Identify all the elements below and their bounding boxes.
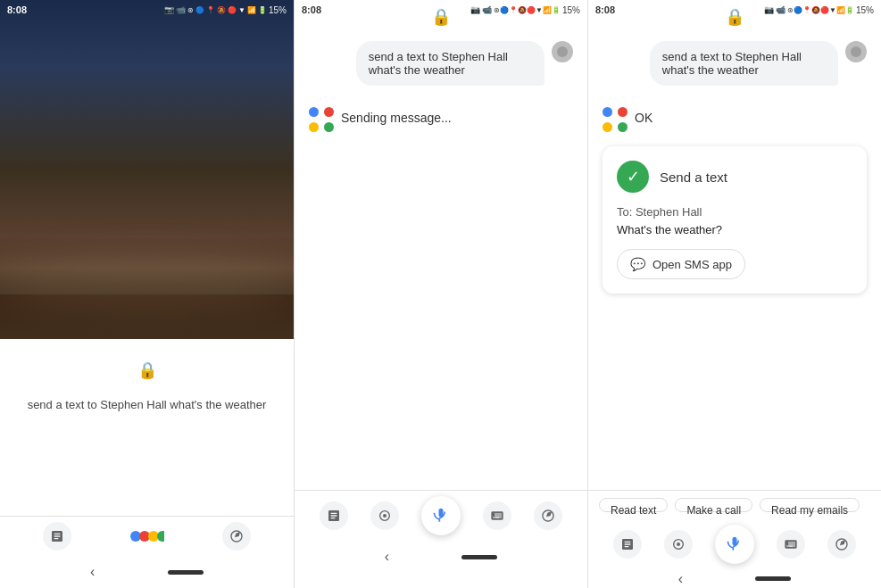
panel1-bottom-nav: ‹ [0, 556, 294, 588]
google-dots-2 [309, 107, 334, 132]
dot-yellow-2 [309, 122, 319, 132]
user-avatar-2 [552, 41, 573, 62]
panel1-back-btn[interactable]: ‹ [90, 564, 95, 580]
user-bubble-wrapper-2: send a text to Stephen Hall what's the w… [309, 41, 573, 96]
panel2-back-btn[interactable]: ‹ [385, 549, 389, 565]
chip-read-emails[interactable]: Read my emails [760, 498, 860, 512]
panel3-bottom-nav: ‹ [588, 569, 881, 588]
panel2-bottom-nav: ‹ [295, 541, 587, 573]
wallpaper [0, 0, 294, 339]
lock-icon-area-1: 🔒 [137, 353, 157, 387]
panel3-icon-keyboard[interactable] [777, 530, 805, 559]
status-icons-3: 📷 📹 ⊛🔵📍🔕🔴▼📶🔋 15% [764, 5, 874, 15]
dot-red-2 [324, 107, 334, 117]
suggestion-chips: Read text Make a call Read my emails [588, 491, 881, 519]
panel-assistant-sending: 8:08 📷 📹 ⊛🔵📍🔕🔴▼📶🔋 15% 🔒 send a text to S… [294, 0, 587, 588]
open-sms-label: Open SMS app [652, 258, 732, 271]
sms-card-body: To: Stephen Hall What's the weather? [617, 203, 852, 238]
panel1-query: send a text to Stephen Hall what's the w… [10, 387, 285, 422]
chip-make-call[interactable]: Make a call [675, 498, 752, 512]
status-time-2: 8:08 [302, 4, 321, 15]
panel2-content: send a text to Stephen Hall what's the w… [295, 34, 587, 490]
panel3-bottom-toolbar: Read text Make a call Read my emails ‹ [588, 490, 881, 588]
panel3-icon-inbox[interactable] [613, 530, 642, 559]
sms-recipient: To: Stephen Hall [617, 203, 852, 221]
panel3-icon-lens[interactable] [664, 530, 693, 559]
status-bar-3: 8:08 📷 📹 ⊛🔵📍🔕🔴▼📶🔋 15% [588, 0, 881, 20]
panel1-icon-inbox[interactable] [43, 522, 71, 551]
panel1-google-logo [129, 522, 164, 551]
user-bubble-3: send a text to Stephen Hall what's the w… [650, 41, 838, 86]
svg-point-3 [157, 531, 164, 542]
panel3-back-btn[interactable]: ‹ [678, 571, 683, 587]
chip-read-text[interactable]: Read text [599, 498, 668, 512]
google-dots-3 [603, 107, 628, 132]
panel3-home-indicator[interactable] [755, 576, 791, 581]
dot-green-2 [324, 122, 334, 132]
assistant-bubble-2: Sending message... [309, 107, 573, 132]
svg-point-7 [677, 542, 680, 546]
lockscreen-bottom: 🔒 send a text to Stephen Hall what's the… [0, 339, 294, 588]
assistant-bubble-3: OK [603, 107, 867, 132]
status-time-3: 8:08 [595, 4, 615, 15]
user-avatar-3 [845, 41, 867, 62]
panel2-mic-btn[interactable] [421, 496, 461, 535]
cloud-layer [0, 241, 294, 294]
panel3-mic-btn[interactable] [715, 525, 754, 564]
user-bubble-2: send a text to Stephen Hall what's the w… [356, 41, 544, 86]
panel2-icon-compass[interactable] [534, 501, 562, 530]
sms-btn-icon: 💬 [630, 257, 645, 271]
panel-lockscreen: 8:08 📷 📹 ⊛ 🔵 📍 🔕 🔴 ▼ 📶 🔋 15% 🔒 send a te… [0, 0, 294, 588]
panel2-icon-row [295, 491, 587, 541]
open-sms-button[interactable]: 💬 Open SMS app [617, 249, 745, 279]
check-circle-icon: ✓ [617, 161, 649, 193]
sms-message: What's the weather? [617, 221, 852, 239]
panel3-content: send a text to Stephen Hall what's the w… [588, 34, 881, 490]
panel1-icon-compass[interactable] [222, 522, 251, 551]
user-bubble-wrapper-3: send a text to Stephen Hall what's the w… [603, 41, 867, 96]
sms-card-header: ✓ Send a text [617, 161, 852, 193]
panel3-icon-row [588, 519, 881, 569]
panel2-icon-inbox[interactable] [320, 501, 348, 530]
status-bar-2: 8:08 📷 📹 ⊛🔵📍🔕🔴▼📶🔋 15% [295, 0, 587, 20]
assistant-response-3: OK [635, 107, 652, 125]
dot-blue-3 [603, 107, 612, 117]
panel2-home-indicator[interactable] [461, 555, 497, 559]
status-bar-1: 8:08 📷 📹 ⊛ 🔵 📍 🔕 🔴 ▼ 📶 🔋 15% [0, 0, 294, 20]
dot-blue-2 [309, 107, 319, 117]
status-icons-1: 📷 📹 ⊛ 🔵 📍 🔕 🔴 ▼ 📶 🔋 15% [164, 5, 287, 15]
dot-yellow-3 [603, 122, 612, 132]
assistant-response-2: Sending message... [341, 107, 452, 125]
panel2-icon-keyboard[interactable] [483, 501, 511, 530]
lock-icon-1: 🔒 [137, 360, 157, 380]
panel1-icon-row [0, 517, 294, 556]
dot-red-3 [618, 107, 628, 117]
status-icons-2: 📷 📹 ⊛🔵📍🔕🔴▼📶🔋 15% [470, 5, 580, 15]
panel2-icon-lens[interactable] [370, 501, 399, 530]
panel3-icon-compass[interactable] [827, 530, 856, 559]
panel-assistant-ok: 8:08 📷 📹 ⊛🔵📍🔕🔴▼📶🔋 15% 🔒 send a text to S… [587, 0, 881, 588]
panel2-bottom-toolbar: ‹ [295, 490, 587, 588]
sms-card: ✓ Send a text To: Stephen Hall What's th… [603, 146, 867, 294]
panel1-home-indicator[interactable] [168, 570, 204, 575]
sms-card-title: Send a text [660, 170, 727, 185]
dot-green-3 [618, 122, 628, 132]
svg-point-5 [383, 514, 386, 518]
status-time-1: 8:08 [7, 4, 27, 15]
